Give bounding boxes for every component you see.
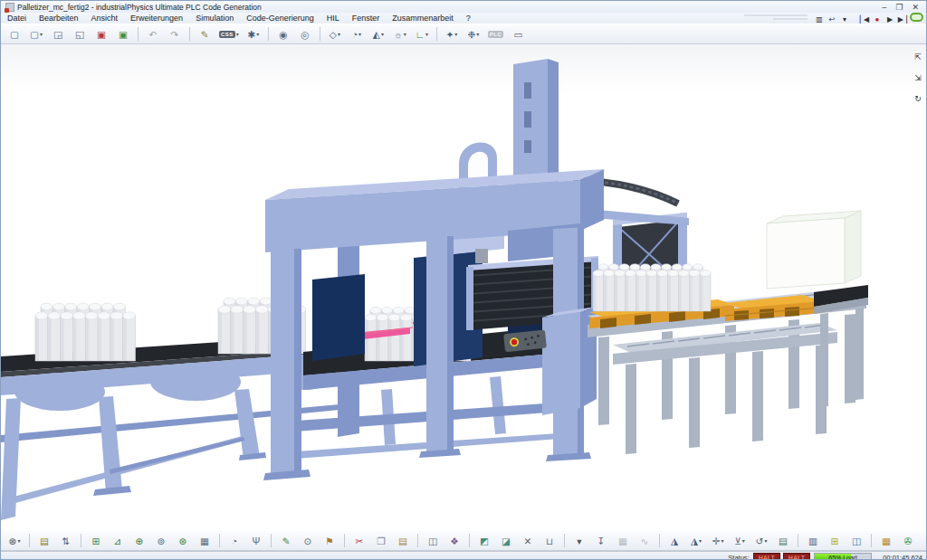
log-table-button[interactable]: ▥ [803, 532, 823, 549]
deselect-button-caret[interactable]: ▾ [17, 537, 20, 544]
menu-bearbeiten[interactable]: Bearbeiten [33, 14, 85, 23]
view-section-button-caret[interactable]: ▾ [381, 31, 384, 37]
add-ramp-button[interactable]: ⊿ [108, 532, 128, 549]
view-section-button[interactable]: ◭▾ [368, 25, 388, 43]
reorder-objects-button[interactable]: ⇅ [56, 532, 76, 549]
import-press-button[interactable]: ◩ [474, 532, 494, 549]
close-button[interactable]: ✕ [912, 3, 919, 12]
view-axes-button-caret[interactable]: ▾ [425, 31, 428, 37]
light-settings-button-caret[interactable]: ▾ [454, 31, 457, 37]
movie-reel-button[interactable]: ✇ [898, 532, 918, 549]
menu-code-generierung[interactable]: Code-Generierung [240, 14, 320, 23]
copy-button[interactable]: ❐ [371, 532, 391, 549]
menu-hil[interactable]: HIL [320, 14, 346, 23]
light-settings-button[interactable]: ✦▾ [442, 25, 462, 43]
open-model-button[interactable]: ◲ [48, 25, 68, 43]
compile-button-caret[interactable]: ▾ [256, 31, 259, 37]
package-button[interactable]: ▦ [876, 532, 896, 549]
carton-box[interactable] [767, 211, 861, 289]
export-press-button[interactable]: ◪ [496, 532, 516, 549]
realtime-indicator[interactable] [909, 12, 924, 22]
monitor-button[interactable]: ▭ [508, 25, 528, 43]
lasso-select-button-caret[interactable]: ▾ [764, 537, 767, 544]
new-model-menu-button-caret[interactable]: ▾ [40, 31, 43, 37]
lasso-select-button[interactable]: ↺▾ [751, 532, 771, 549]
css-export-button[interactable]: CSS▾ [216, 25, 242, 43]
open-model-alt-button[interactable]: ◱ [70, 25, 90, 43]
product-rolls-group1[interactable] [35, 303, 136, 361]
code-report-button[interactable]: ✎ [195, 25, 215, 43]
paste-button[interactable]: ▤ [393, 532, 413, 549]
debug-bug-button-caret[interactable]: ▾ [476, 31, 479, 37]
add-controller-button[interactable]: ⊚ [151, 532, 171, 549]
camera-orbit-icon[interactable]: ↻ [912, 93, 924, 104]
view-solid-button[interactable]: ◇▾ [325, 25, 345, 43]
move-object-button-caret[interactable]: ▾ [721, 537, 723, 544]
deselect-button[interactable]: ⊗▾ [5, 532, 24, 549]
edit-geometry-button[interactable]: ✎ [276, 532, 296, 549]
outfeed-conveyor[interactable] [814, 285, 868, 407]
view-axes-button[interactable]: ∟▾ [412, 25, 432, 43]
trash-button[interactable]: ⊔ [540, 532, 559, 549]
scene-tree-button[interactable]: ▤ [34, 532, 54, 549]
menu-ansicht[interactable]: Ansicht [85, 14, 125, 23]
sort-signals-button[interactable]: ↧ [591, 532, 611, 549]
view-solid-button-caret[interactable]: ▾ [338, 31, 340, 37]
more-tools-button[interactable]: ▾ [569, 532, 589, 549]
history-back-button[interactable]: ↩ [826, 14, 838, 24]
undo-button[interactable]: ↶ [143, 25, 163, 43]
drop-object-button[interactable]: ⊻▾ [730, 532, 750, 549]
jump-to-start-button[interactable]: ◀ [858, 14, 871, 24]
menu-?[interactable]: ? [460, 14, 477, 23]
move-object-button[interactable]: ✛▾ [708, 532, 728, 549]
zoom-selected-button[interactable]: ◉ [273, 25, 293, 43]
view-render-button-caret[interactable]: ▾ [404, 31, 406, 37]
css-export-button-caret[interactable]: ▾ [236, 31, 239, 37]
camera-fit-icon[interactable]: ⇲ [912, 72, 924, 83]
compile-button[interactable]: ✱▾ [244, 25, 263, 43]
new-model-button[interactable]: ▢ [5, 25, 24, 43]
view-render-button[interactable]: ☼▾ [390, 25, 410, 43]
viewport-3d[interactable]: ⇱⇲↻ [1, 44, 926, 530]
minimize-button[interactable]: – [882, 3, 886, 12]
view-shaded-button[interactable]: ◔▾ [347, 25, 367, 43]
add-seat-button[interactable]: ⊕ [129, 532, 149, 549]
save-model-as-button[interactable]: ▣ [113, 25, 133, 43]
menu-erweiterungen[interactable]: Erweiterungen [124, 14, 189, 23]
empty-pallet[interactable] [725, 295, 821, 321]
find-object-button[interactable]: ⊙ [298, 532, 318, 549]
antenna-button[interactable]: Ψ [246, 532, 266, 549]
restore-button[interactable]: ❐ [895, 3, 903, 12]
view-shaded-button-caret[interactable]: ▾ [358, 31, 361, 37]
redo-button[interactable]: ↷ [165, 25, 185, 43]
prism-view-button[interactable]: ◮ [664, 532, 684, 549]
sim-timer-button[interactable]: ◔ [225, 532, 244, 549]
history-menu-button[interactable]: ▾ [838, 14, 851, 24]
prism-view-menu-button[interactable]: ◮▾ [686, 532, 706, 549]
debug-bug-button[interactable]: ❉▾ [464, 25, 483, 43]
drop-object-button-caret[interactable]: ▾ [742, 537, 745, 544]
zoom-all-button[interactable]: ◎ [295, 25, 315, 43]
delete-button[interactable]: ✕ [518, 532, 538, 549]
record-button[interactable]: ● [871, 14, 884, 24]
pallet-load-rolls[interactable] [593, 264, 711, 311]
stamp-color-button[interactable]: ❖ [444, 532, 464, 549]
step-forward-button[interactable]: ▶ [896, 14, 909, 24]
menu-datei[interactable]: Datei [1, 14, 33, 23]
add-box-button[interactable]: ⊛ [173, 532, 193, 549]
stamp-tool-button[interactable]: ◫ [423, 532, 443, 549]
box-library-button[interactable]: ▦ [195, 532, 215, 549]
camera-home-icon[interactable]: ⇱ [912, 52, 924, 62]
marker-button[interactable]: ⚑ [320, 532, 339, 549]
prism-view-menu-button-caret[interactable]: ▾ [699, 537, 702, 544]
menu-zusammenarbeit[interactable]: Zusammenarbeit [386, 14, 460, 23]
menu-fenster[interactable]: Fenster [346, 14, 387, 23]
menu-simulation[interactable]: Simulation [189, 14, 240, 23]
hil-pairing-button[interactable]: ◫ [846, 532, 866, 549]
save-model-button[interactable]: ▣ [91, 25, 111, 43]
play-button[interactable]: ▶ [884, 14, 896, 24]
add-machine-button[interactable]: ⊞ [86, 532, 106, 549]
notes-button[interactable]: ▤ [773, 532, 793, 549]
cut-button[interactable]: ✂ [349, 532, 369, 549]
add-measurement-button[interactable]: ⊞ [825, 532, 845, 549]
